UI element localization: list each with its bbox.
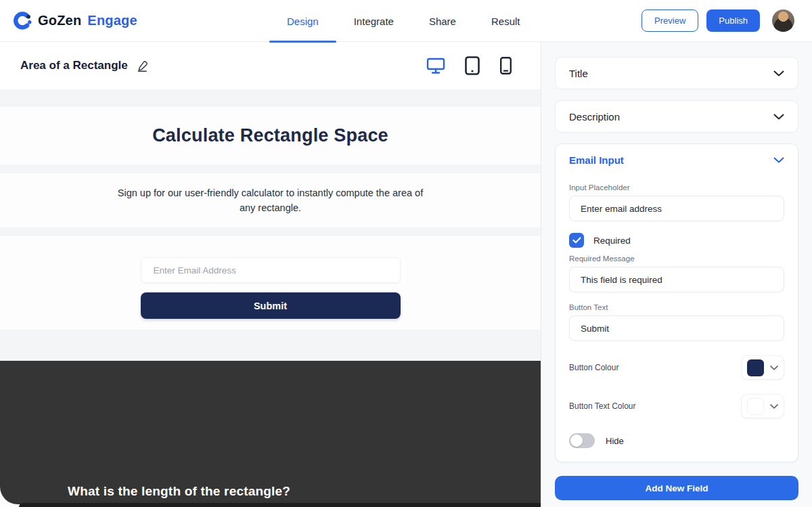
form-title-block[interactable]: Calculate Rectangle Space [0,107,541,164]
settings-sidebar: Title Description Email Input [541,42,812,507]
description-section-header[interactable]: Description [556,101,798,132]
required-checkbox[interactable] [569,233,584,248]
question-text: What is the length of the rectangle? [68,484,290,499]
user-avatar[interactable] [772,9,794,32]
brand-name: GoZen [38,13,81,28]
chevron-down-icon [773,114,784,120]
brand-suffix: Engage [87,13,137,28]
form-description-text: Sign up for our user-friendly calculator… [112,185,430,216]
desktop-device-icon[interactable] [426,57,445,74]
preview-button[interactable]: Preview [641,9,698,32]
form-description-block[interactable]: Sign up for our user-friendly calculator… [0,173,541,227]
button-colour-row: Button Colour [569,355,784,380]
button-colour-swatch [747,359,764,376]
section-gap [0,89,541,107]
input-placeholder-field[interactable] [569,196,784,221]
email-input-section-card: Email Input Input Placeholder Required [555,144,798,462]
button-text-colour-row: Button Text Colour [569,394,784,418]
title-section-card: Title [555,57,798,89]
title-section-label: Title [569,68,588,79]
add-new-field-button[interactable]: Add New Field [555,476,798,500]
question-card [0,361,541,504]
required-label: Required [593,236,631,246]
button-text-colour-label: Button Text Colour [569,401,636,411]
form-canvas: Area of a Rectangle [0,42,541,507]
main-tabs: Design Integrate Share Result [269,0,537,42]
required-message-label: Required Message [569,255,784,263]
tab-design[interactable]: Design [269,0,336,42]
canvas-toolbar: Area of a Rectangle [0,42,541,89]
button-text-label: Button Text [569,303,784,311]
tab-integrate[interactable]: Integrate [336,0,411,42]
workspace: Area of a Rectangle [0,42,812,507]
title-section-header[interactable]: Title [556,58,798,89]
email-input-section-label: Email Input [569,154,624,166]
form-submit-button[interactable]: Submit [141,292,401,319]
publish-button[interactable]: Publish [706,9,760,32]
mobile-device-icon[interactable] [499,56,512,75]
chevron-down-icon [770,404,778,409]
form-name: Area of a Rectangle [20,59,128,72]
chevron-down-icon [770,366,778,370]
tab-share[interactable]: Share [411,0,474,42]
required-row: Required [569,233,784,248]
section-gap [0,164,541,173]
button-text-field[interactable] [569,315,784,341]
chevron-down-icon [773,157,784,163]
app-root: GoZen Engage Design Integrate Share Resu… [0,0,812,507]
brand-logo[interactable]: GoZen Engage [0,11,137,30]
button-text-colour-picker[interactable] [741,394,784,418]
tablet-device-icon[interactable] [464,56,480,76]
tab-result[interactable]: Result [474,0,538,42]
description-section-label: Description [569,111,620,123]
section-gap [0,227,541,236]
next-section-edge [19,503,541,507]
input-placeholder-label: Input Placeholder [569,183,784,192]
email-input-section-body: Input Placeholder Required Required Mess… [556,175,798,462]
button-colour-label: Button Colour [569,363,618,372]
form-title-text: Calculate Rectangle Space [152,125,388,146]
question-block[interactable]: What is the length of the rectangle? [0,361,541,507]
button-colour-picker[interactable] [741,355,784,380]
edit-pencil-icon[interactable] [136,60,149,72]
gozen-logo-icon [12,11,32,30]
hide-toggle[interactable] [569,433,595,448]
email-address-input[interactable] [141,257,401,283]
top-actions: Preview Publish [641,9,812,32]
top-bar: GoZen Engage Design Integrate Share Resu… [0,0,812,42]
button-text-colour-swatch [747,398,764,415]
hide-label: Hide [606,436,624,446]
email-signup-block: Submit [0,236,541,330]
hide-row: Hide [569,433,784,448]
required-message-field[interactable] [569,267,784,292]
email-input-section-header[interactable]: Email Input [556,144,798,175]
section-gap [0,330,541,361]
description-section-card: Description [555,100,798,133]
chevron-down-icon [773,70,784,76]
device-switcher [426,56,520,76]
toggle-knob [570,435,583,447]
